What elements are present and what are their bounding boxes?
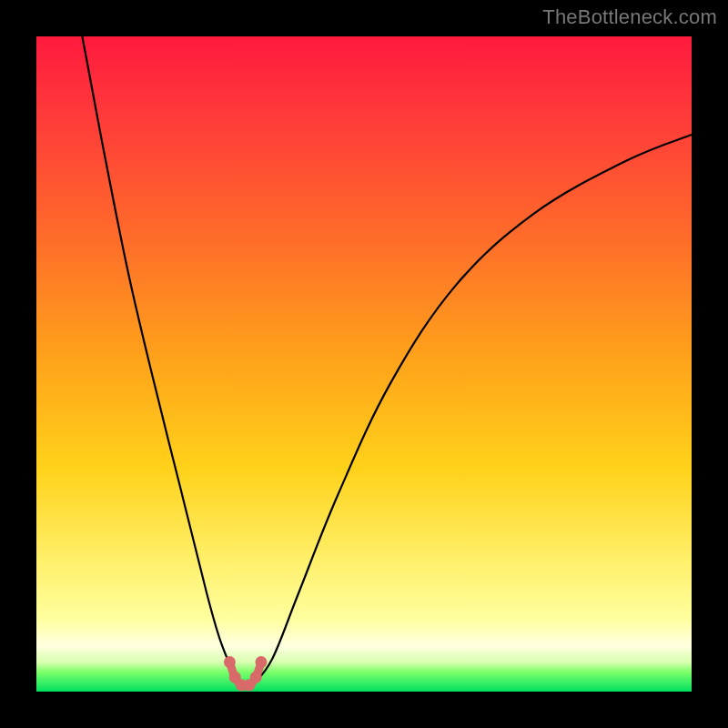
chart-svg — [36, 36, 692, 692]
marker-dot — [224, 656, 236, 668]
bottom-marker-dots — [224, 656, 268, 691]
right-branch-curve — [253, 135, 692, 685]
watermark-text: TheBottleneck.com — [542, 5, 717, 29]
marker-dot — [250, 672, 262, 683]
marker-dot — [255, 656, 267, 668]
left-branch-curve — [82, 36, 239, 685]
chart-frame: TheBottleneck.com — [0, 0, 728, 728]
plot-area — [36, 36, 692, 692]
